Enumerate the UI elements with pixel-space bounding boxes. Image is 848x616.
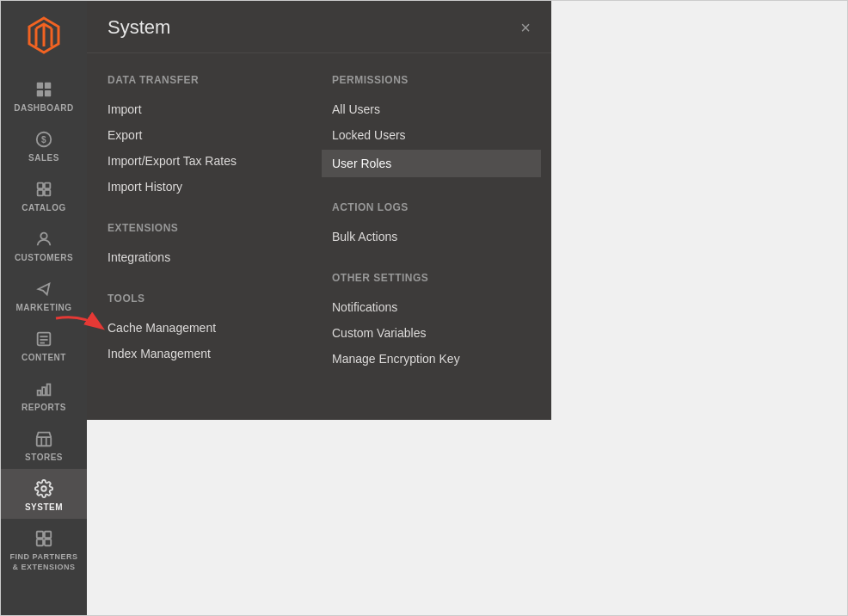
svg-rect-1 bbox=[37, 83, 43, 89]
sidebar-item-customers[interactable]: CUSTOMERS bbox=[1, 219, 87, 269]
link-manage-encryption-key[interactable]: Manage Encryption Key bbox=[332, 348, 531, 370]
link-import[interactable]: Import bbox=[108, 98, 306, 120]
close-button[interactable]: × bbox=[520, 19, 531, 36]
svg-rect-10 bbox=[45, 190, 50, 195]
svg-rect-7 bbox=[38, 183, 43, 188]
sidebar-item-label: REPORTS bbox=[22, 403, 66, 412]
sidebar-item-label: CATALOG bbox=[22, 203, 65, 213]
system-panel: System × Data Transfer Import Export Imp… bbox=[87, 1, 551, 420]
panel-left: Data Transfer Import Export Import/Expor… bbox=[108, 74, 323, 394]
link-notifications[interactable]: Notifications bbox=[332, 296, 531, 318]
link-all-users[interactable]: All Users bbox=[332, 98, 531, 120]
section-title-tools: Tools bbox=[108, 293, 306, 305]
link-bulk-actions[interactable]: Bulk Actions bbox=[332, 225, 531, 248]
link-cache-management[interactable]: Cache Management bbox=[108, 317, 306, 339]
sidebar-item-label: DASHBOARD bbox=[14, 103, 74, 113]
svg-text:$: $ bbox=[41, 135, 46, 145]
svg-rect-16 bbox=[38, 391, 41, 396]
app-wrapper: DASHBOARD $ SALES CATALOG CUSTOMERS MARK… bbox=[0, 0, 848, 616]
sidebar-item-system[interactable]: SYSTEM bbox=[1, 469, 87, 519]
svg-rect-23 bbox=[37, 532, 43, 538]
link-user-roles[interactable]: User Roles bbox=[322, 150, 541, 177]
sidebar-item-stores[interactable]: STORES bbox=[1, 419, 87, 469]
sidebar-item-label: FIND PARTNERS& EXTENSIONS bbox=[10, 552, 78, 572]
sidebar-item-label: SALES bbox=[28, 153, 59, 163]
panel-body: Data Transfer Import Export Import/Expor… bbox=[87, 53, 551, 420]
sidebar-item-dashboard[interactable]: DASHBOARD bbox=[1, 70, 87, 120]
section-tools: Tools Cache Manage bbox=[108, 293, 306, 365]
sidebar-logo bbox=[1, 1, 87, 70]
link-index-management[interactable]: Index Management bbox=[108, 342, 306, 365]
sidebar-item-sales[interactable]: $ SALES bbox=[1, 120, 87, 169]
svg-rect-4 bbox=[45, 90, 51, 96]
system-panel-title: System bbox=[108, 16, 170, 39]
main-content: System × Data Transfer Import Export Imp… bbox=[87, 1, 847, 615]
section-other-settings: Other Settings Notifications Custom Vari… bbox=[332, 272, 531, 370]
svg-rect-18 bbox=[47, 385, 51, 396]
svg-point-22 bbox=[41, 486, 46, 491]
svg-rect-26 bbox=[45, 539, 51, 545]
sidebar-item-label: MARKETING bbox=[15, 303, 71, 312]
section-title-permissions: Permissions bbox=[332, 74, 531, 86]
link-import-export-tax[interactable]: Import/Export Tax Rates bbox=[108, 150, 306, 172]
link-custom-variables[interactable]: Custom Variables bbox=[332, 322, 531, 344]
svg-rect-3 bbox=[37, 90, 43, 96]
sidebar: DASHBOARD $ SALES CATALOG CUSTOMERS MARK… bbox=[1, 1, 87, 615]
sidebar-item-label: SYSTEM bbox=[25, 502, 63, 512]
link-locked-users[interactable]: Locked Users bbox=[332, 124, 531, 146]
sidebar-item-label: CUSTOMERS bbox=[15, 253, 73, 262]
section-data-transfer: Data Transfer Import Export Import/Expor… bbox=[108, 74, 306, 198]
link-export[interactable]: Export bbox=[108, 124, 306, 146]
section-title-data-transfer: Data Transfer bbox=[108, 74, 306, 86]
section-permissions: Permissions All Users Locked Users User … bbox=[332, 74, 531, 177]
svg-rect-9 bbox=[38, 190, 43, 195]
system-panel-header: System × bbox=[87, 1, 551, 53]
svg-point-11 bbox=[40, 233, 46, 239]
section-title-other-settings: Other Settings bbox=[332, 272, 531, 284]
sidebar-item-catalog[interactable]: CATALOG bbox=[1, 169, 87, 219]
panel-right: Permissions All Users Locked Users User … bbox=[323, 74, 531, 394]
sidebar-item-label: STORES bbox=[25, 453, 63, 462]
sidebar-item-content[interactable]: CONTENT bbox=[1, 319, 87, 369]
sidebar-item-label: CONTENT bbox=[22, 353, 66, 362]
link-integrations[interactable]: Integrations bbox=[108, 246, 306, 268]
svg-rect-25 bbox=[37, 539, 43, 545]
sidebar-item-marketing[interactable]: MARKETING bbox=[1, 269, 87, 319]
svg-rect-24 bbox=[45, 532, 51, 538]
svg-rect-17 bbox=[42, 387, 46, 395]
svg-rect-19 bbox=[37, 437, 52, 446]
sidebar-item-reports[interactable]: REPORTS bbox=[1, 369, 87, 419]
sidebar-item-find-partners[interactable]: FIND PARTNERS& EXTENSIONS bbox=[1, 519, 87, 579]
section-extensions: Extensions Integrations bbox=[108, 222, 306, 268]
cache-management-wrapper: Cache Management bbox=[108, 317, 306, 339]
svg-rect-2 bbox=[45, 83, 51, 89]
section-title-extensions: Extensions bbox=[108, 222, 306, 234]
link-import-history[interactable]: Import History bbox=[108, 176, 306, 198]
section-title-action-logs: Action Logs bbox=[332, 201, 531, 213]
svg-rect-8 bbox=[45, 183, 50, 188]
section-action-logs: Action Logs Bulk Actions bbox=[332, 201, 531, 248]
